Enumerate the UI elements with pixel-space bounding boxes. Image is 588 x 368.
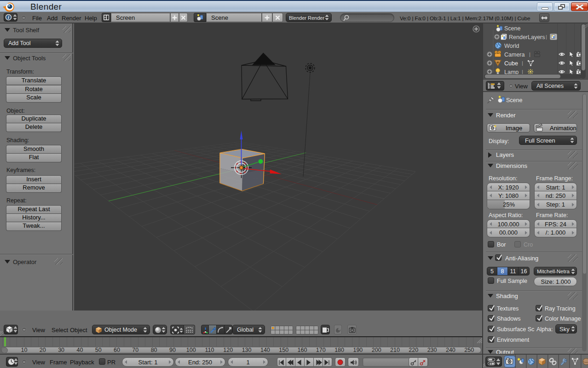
svg-text:|: | xyxy=(546,34,547,40)
svg-text:i: i xyxy=(8,15,9,20)
svg-text:World: World xyxy=(504,43,519,49)
svg-text:Scene: Scene xyxy=(504,25,520,32)
svg-text:Camera: Camera xyxy=(504,52,525,58)
svg-text:RenderLayers: RenderLayers xyxy=(509,34,545,40)
svg-text:|: | xyxy=(529,52,530,57)
svg-text:|: | xyxy=(522,60,523,66)
svg-text:Cube: Cube xyxy=(504,60,518,67)
